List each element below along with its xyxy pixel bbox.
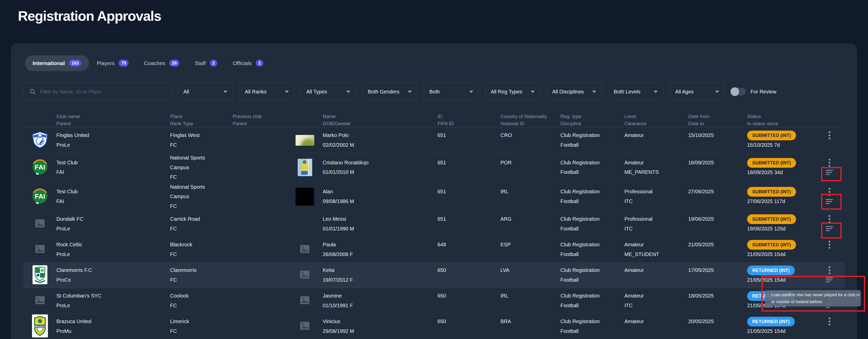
place-cell-line: FC: [170, 327, 228, 336]
filter-dropdown-all[interactable]: All: [178, 83, 233, 101]
date-from-cell-line: [688, 301, 743, 311]
col-header-line: Status: [747, 113, 810, 120]
reg-type-cell-line: Football: [560, 224, 620, 234]
club-cell-line: ProLe: [56, 250, 165, 259]
club-crest-brazuca: BRAZUCA: [32, 314, 48, 338]
toggle-knob: [731, 87, 739, 96]
col-header-line: Place: [170, 113, 228, 120]
place-cell-line: Limerick: [170, 317, 228, 327]
date-from-cell-line: 15/10/2025: [688, 131, 743, 140]
image-placeholder-icon: [300, 322, 309, 331]
chevron-down-icon: [654, 91, 658, 93]
tab-players[interactable]: Players79: [89, 55, 136, 71]
kebab-menu-icon[interactable]: [829, 317, 830, 327]
reg-type-cell: Club RegistrationFootball: [560, 131, 624, 150]
table-row[interactable]: St Columban's SYCProLeCoolockFCJasmine01…: [23, 288, 845, 314]
country-cell-line: ESP: [500, 240, 556, 250]
reg-type-cell-line: Club Registration: [560, 240, 620, 250]
table-row[interactable]: Dundalk FCProLeCarrick RoadFCLeo Messi01…: [23, 211, 845, 237]
table-row[interactable]: Claremorris F.CProCoClaremorrisFCKeita19…: [23, 263, 845, 288]
filter-dropdown-all-reg-types[interactable]: All Reg Types: [485, 83, 540, 101]
reg-type-cell: Club RegistrationFootball: [560, 291, 624, 310]
tab-staff[interactable]: Staff2: [187, 55, 225, 71]
tab-international[interactable]: International163: [25, 55, 89, 71]
for-review-toggle[interactable]: [731, 88, 746, 95]
country-cell: IRL: [500, 291, 560, 310]
id-cell: 650: [437, 266, 500, 285]
col-header-line: Rank Type: [170, 120, 228, 127]
annotation-box-tooltip: [762, 276, 865, 312]
country-cell-line: LVA: [500, 266, 556, 275]
filter-dropdown-all-types[interactable]: All Types: [301, 83, 356, 101]
status-badge: RETURNED (INT): [747, 317, 795, 327]
reg-type-cell: Club RegistrationFootball: [560, 187, 624, 206]
place-cell-line: Coolock: [170, 291, 228, 301]
club-logo-cell: [23, 219, 56, 228]
level-cell-line: ITC: [624, 197, 684, 206]
table-row[interactable]: FAITest ClubFAINational SportsCampusFCCr…: [23, 153, 845, 182]
filter-dropdown-all-ages[interactable]: All Ages: [670, 83, 724, 101]
previous-club-cell: [232, 131, 294, 150]
tab-officials[interactable]: Officials2: [225, 55, 271, 71]
kebab-menu-icon[interactable]: [829, 158, 830, 168]
in-status-since: 21/05/2025 154d: [747, 327, 810, 336]
date-from-cell: 20/05/2025: [688, 317, 747, 336]
filter-dropdown-both-levels[interactable]: Both Levels: [608, 83, 663, 101]
search-input-wrap[interactable]: [23, 83, 172, 101]
image-placeholder-icon: [35, 219, 44, 228]
filter-dropdown-all-disciplines[interactable]: All Disciplines: [547, 83, 601, 101]
place-cell: CoolockFC: [170, 291, 232, 310]
col-header-line: Date from: [688, 113, 743, 120]
filter-dropdown-both-genders[interactable]: Both Genders: [363, 83, 417, 101]
previous-club-cell-line: [232, 224, 290, 234]
status-cell: SUBMITTED (INT)15/10/2025 7d: [747, 131, 814, 150]
search-input[interactable]: [40, 89, 165, 95]
tabs-row: International163Players79Coaches26Staff2…: [23, 43, 845, 72]
level-cell-line: ITC: [624, 301, 684, 311]
club-cell-line: ProMu: [56, 327, 165, 336]
reg-type-cell: Club RegistrationFootball: [560, 317, 624, 336]
club-crest-fai: FAI: [31, 158, 49, 177]
date-from-cell-line: 19/06/2025: [688, 214, 743, 224]
reg-type-cell-line: Football: [560, 301, 620, 311]
name-cell-line: Jasmine: [323, 291, 433, 301]
date-from-cell-line: [688, 140, 743, 150]
previous-club-cell-line: [232, 317, 290, 327]
table-row[interactable]: Rock CelticProLeBlackrockFCPaula26/08/20…: [23, 237, 845, 263]
chevron-down-icon: [592, 91, 596, 93]
date-from-cell-line: 18/05/2025: [688, 291, 743, 301]
kebab-menu-icon[interactable]: [829, 240, 830, 250]
kebab-menu-icon[interactable]: [829, 131, 830, 140]
content-panel: International163Players79Coaches26Staff2…: [11, 43, 857, 339]
table-row[interactable]: FAITest ClubFAINational SportsCampusFCAl…: [23, 182, 845, 212]
svg-text:BRAZUCA: BRAZUCA: [34, 325, 45, 328]
filter-dropdown-both[interactable]: Both: [424, 83, 479, 101]
table-row[interactable]: Finglas UnitedProLeFinglas WestFCMarko P…: [23, 127, 845, 153]
status-cell: RETURNED (INT)21/05/2025 154d: [747, 317, 814, 336]
level-cell-line: [624, 327, 684, 336]
table-row[interactable]: BRAZUCABrazuca UnitedProMuLimerickFCVini…: [23, 314, 845, 339]
tab-count-badge: 163: [69, 60, 81, 67]
dropdown-value: All Types: [306, 89, 327, 95]
place-cell-line: FC: [170, 275, 228, 285]
level-cell-line: ME_STUDENT: [624, 250, 684, 259]
filter-bar: AllAll RanksAll TypesBoth GendersBothAll…: [23, 83, 845, 101]
place-cell-line: FC: [170, 140, 228, 150]
actions-cell: [814, 317, 844, 336]
level-cell-line: Professional: [624, 187, 684, 197]
player-photo: [296, 135, 314, 146]
date-from-cell-line: [688, 167, 743, 177]
previous-club-cell-line: [232, 275, 290, 285]
kebab-menu-icon[interactable]: [829, 266, 830, 275]
name-cell-line: 01/01/2010 M: [323, 167, 433, 177]
level-cell: ProfessionalITC: [624, 187, 688, 206]
player-photo-cell: [294, 322, 323, 331]
dropdown-value: All Ages: [675, 89, 693, 95]
filter-dropdown-all-ranks[interactable]: All Ranks: [240, 83, 294, 101]
col-header-empty: [294, 113, 323, 127]
level-cell-line: Amateur: [624, 240, 684, 250]
tab-coaches[interactable]: Coaches26: [136, 55, 187, 71]
country-cell: CRO: [500, 131, 560, 150]
place-cell-line: Campus: [170, 163, 228, 173]
col-header: NameDOB/Gender: [323, 113, 437, 127]
